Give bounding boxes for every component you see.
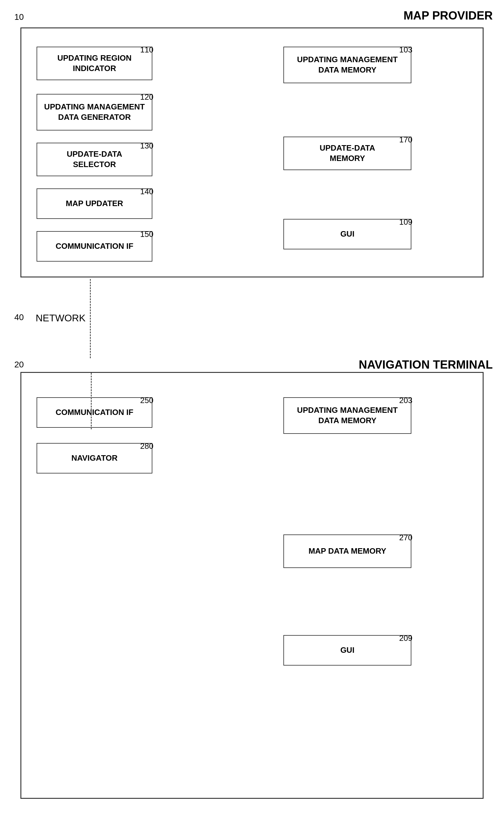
communication-if-250: COMMUNICATION IF bbox=[37, 397, 152, 428]
ref-103: 103 bbox=[399, 45, 412, 55]
updating-management-data-memory-203: UPDATING MANAGEMENTDATA MEMORY bbox=[283, 397, 411, 434]
updating-management-data-generator: UPDATING MANAGEMENTDATA GENERATOR bbox=[37, 94, 152, 130]
ref-170: 170 bbox=[399, 135, 412, 144]
ref-203: 203 bbox=[399, 396, 412, 405]
gui-209: GUI bbox=[283, 635, 411, 666]
ref-130: 130 bbox=[140, 141, 153, 151]
ref-209: 209 bbox=[399, 634, 412, 643]
network-label: NETWORK bbox=[36, 312, 86, 324]
communication-if-150: COMMUNICATION IF bbox=[37, 231, 152, 261]
ref-250: 250 bbox=[140, 396, 153, 405]
ref-120: 120 bbox=[140, 92, 153, 102]
network-line-nav bbox=[91, 373, 92, 429]
ref-110: 110 bbox=[140, 45, 153, 55]
map-provider-title: MAP PROVIDER bbox=[403, 9, 493, 22]
update-data-selector: UPDATE-DATASELECTOR bbox=[37, 143, 152, 176]
updating-region-indicator: UPDATING REGIONINDICATOR bbox=[37, 47, 152, 80]
ref-140: 140 bbox=[140, 187, 153, 196]
ref-280: 280 bbox=[140, 442, 153, 451]
navigator-280: NAVIGATOR bbox=[37, 443, 152, 474]
ref-150: 150 bbox=[140, 229, 153, 239]
updating-management-data-memory-103: UPDATING MANAGEMENTDATA MEMORY bbox=[283, 47, 411, 83]
ref-109: 109 bbox=[399, 217, 412, 227]
gui-109: GUI bbox=[283, 219, 411, 249]
label-40: 40 bbox=[14, 312, 24, 322]
map-provider-box: UPDATING REGIONINDICATOR 110 UPDATING MA… bbox=[20, 27, 484, 277]
label-20: 20 bbox=[14, 360, 24, 369]
label-10: 10 bbox=[14, 12, 24, 22]
navigation-terminal-title: NAVIGATION TERMINAL bbox=[359, 358, 493, 371]
navigation-terminal-box: COMMUNICATION IF 250 NAVIGATOR 280 UPDAT… bbox=[20, 372, 484, 799]
update-data-memory-170: UPDATE-DATAMEMORY bbox=[283, 137, 411, 170]
map-data-memory-270: MAP DATA MEMORY bbox=[283, 535, 411, 568]
map-updater: MAP UPDATER bbox=[37, 188, 152, 219]
network-line bbox=[90, 279, 91, 358]
ref-270: 270 bbox=[399, 533, 412, 542]
